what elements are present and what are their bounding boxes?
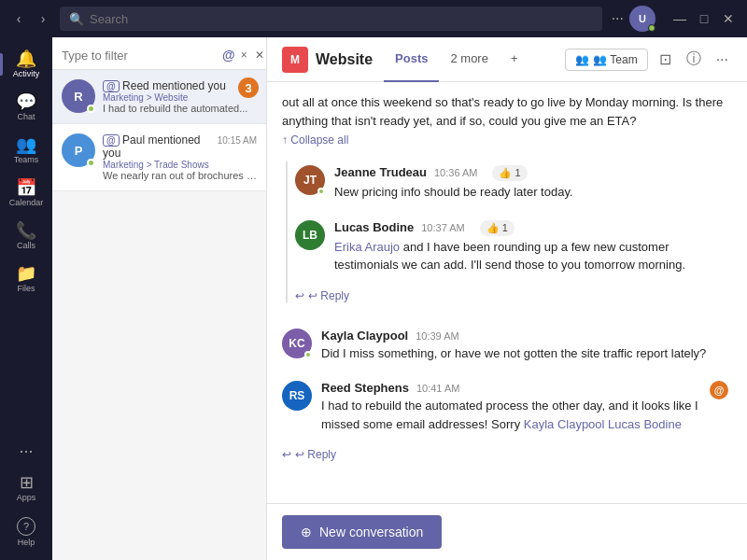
search-bar[interactable]: 🔍 — [60, 7, 602, 31]
help-label: Help — [18, 538, 35, 547]
tab-add[interactable]: + — [500, 37, 529, 82]
more-button[interactable]: ··· — [612, 10, 624, 27]
files-icon: 📁 — [16, 265, 36, 282]
top-text: out all at once this weekend so that's r… — [282, 93, 732, 130]
new-conversation-bar: ⊕ New conversation — [267, 503, 747, 560]
title-bar: ‹ › 🔍 ··· U — □ ✕ — [0, 0, 747, 37]
new-conversation-label: New conversation — [319, 525, 423, 539]
msg-header: Jeanne Trudeau 10:36 AM 👍 1 — [334, 165, 732, 181]
share-icon-button[interactable]: ⊡ — [655, 47, 675, 72]
close-button[interactable]: ✕ — [717, 7, 740, 30]
message-item: KC Kayla Claypool 10:39 AM Did I miss so… — [282, 325, 732, 367]
team-button[interactable]: 👥 👥 Team — [565, 49, 647, 71]
notif-path: Marketing > Website — [103, 92, 257, 103]
channel-header-actions: 👥 👥 Team ⊡ ⓘ ··· — [565, 46, 732, 73]
filter-clear-button[interactable]: × — [239, 47, 249, 63]
search-input[interactable] — [90, 12, 593, 26]
at-badge: @ — [103, 80, 120, 92]
calendar-icon: 📅 — [16, 179, 36, 196]
notification-badge: 3 — [238, 77, 259, 98]
chat-label: Chat — [17, 112, 35, 121]
reply-button-thread1[interactable]: ↩ ↩ Reply — [295, 289, 732, 302]
more-options-button[interactable]: ··· — [712, 48, 732, 72]
msg-avatar: JT — [295, 165, 325, 195]
at-badge: @ — [103, 134, 120, 147]
notification-item[interactable]: R @ Reed mentioned you Marketing > Websi… — [52, 70, 266, 124]
filter-bar: @ × ✕ — [52, 37, 266, 70]
online-indicator — [317, 188, 325, 195]
channel-tabs: Posts 2 more + — [384, 37, 529, 82]
msg-header: Lucas Bodine 10:37 AM 👍 1 — [334, 220, 732, 236]
chat-icon: 💬 — [16, 93, 36, 110]
tab-posts[interactable]: Posts — [384, 37, 439, 82]
calls-label: Calls — [17, 241, 35, 250]
user-avatar[interactable]: U — [629, 6, 655, 32]
mention-link-kayla[interactable]: Kayla Claypool — [524, 417, 605, 431]
notif-avatar-wrap: P — [62, 133, 95, 167]
msg-author: Reed Stephens — [321, 381, 409, 395]
back-button[interactable]: ‹ — [7, 7, 30, 30]
msg-avatar: LB — [295, 220, 325, 250]
teams-label: Teams — [14, 155, 39, 164]
sidebar-nav: 🔔 Activity 💬 Chat 👥 Teams 📅 Calendar 📞 C… — [0, 37, 52, 560]
msg-text: Erika Araujo and I have been rounding up… — [334, 238, 732, 274]
mention-link[interactable]: Erika Araujo — [334, 240, 400, 254]
sidebar-item-teams[interactable]: 👥 Teams — [0, 131, 52, 170]
msg-author: Kayla Claypool — [321, 329, 408, 343]
sidebar-item-activity[interactable]: 🔔 Activity — [0, 45, 52, 84]
msg-reaction[interactable]: 👍 1 — [492, 165, 527, 181]
search-icon: 🔍 — [69, 12, 84, 26]
notif-content: @ Paul mentioned you 10:15 AM Marketing … — [103, 133, 257, 181]
top-message: out all at once this weekend so that's r… — [282, 93, 732, 154]
forward-button[interactable]: › — [32, 7, 54, 30]
msg-header: Reed Stephens 10:41 AM — [321, 381, 732, 395]
tab-more[interactable]: 2 more — [439, 37, 499, 82]
main-layout: 🔔 Activity 💬 Chat 👥 Teams 📅 Calendar 📞 C… — [0, 37, 747, 560]
msg-body: Lucas Bodine 10:37 AM 👍 1 Erika Araujo a… — [334, 220, 732, 274]
sidebar-item-calendar[interactable]: 📅 Calendar — [0, 174, 52, 213]
notif-text: I had to rebuild the automated... — [103, 103, 257, 114]
apps-icon: ⊞ — [20, 474, 34, 491]
calendar-label: Calendar — [9, 198, 44, 207]
notifications-panel: @ × ✕ R @ Reed mentioned you — [52, 37, 267, 560]
info-icon-button[interactable]: ⓘ — [683, 46, 705, 73]
notif-avatar-wrap: R — [62, 79, 95, 113]
filter-close-button[interactable]: ✕ — [253, 47, 266, 63]
sidebar-item-chat[interactable]: 💬 Chat — [0, 88, 52, 127]
nav-buttons: ‹ › — [7, 7, 54, 30]
sidebar-item-help[interactable]: ? Help — [0, 511, 52, 553]
mention-link-lucas[interactable]: Lucas Bodine — [608, 417, 682, 431]
user-online-indicator — [648, 24, 655, 32]
messages-area: out all at once this weekend so that's r… — [267, 82, 747, 503]
reply-button-thread2[interactable]: ↩ ↩ Reply — [282, 448, 732, 461]
msg-author: Jeanne Trudeau — [334, 165, 427, 179]
reply-icon: ↩ — [282, 448, 291, 461]
new-conversation-icon: ⊕ — [301, 525, 312, 539]
maximize-button[interactable]: □ — [693, 7, 715, 30]
sidebar-item-apps[interactable]: ⊞ Apps — [0, 469, 52, 508]
notification-item[interactable]: P @ Paul mentioned you 10:15 AM Marketin… — [52, 124, 266, 191]
msg-avatar: RS — [282, 381, 312, 411]
msg-body: Jeanne Trudeau 10:36 AM 👍 1 New pricing … — [334, 165, 732, 202]
new-conversation-button[interactable]: ⊕ New conversation — [282, 515, 442, 549]
filter-input[interactable] — [62, 49, 218, 63]
notifications-list: R @ Reed mentioned you Marketing > Websi… — [52, 70, 266, 560]
filter-at-button[interactable]: @ — [222, 48, 235, 63]
minimize-button[interactable]: — — [669, 7, 691, 30]
window-controls: — □ ✕ — [669, 7, 740, 30]
notif-path: Marketing > Trade Shows — [103, 160, 257, 170]
collapse-link[interactable]: ↑ Collapse all — [282, 130, 732, 154]
msg-author: Lucas Bodine — [334, 220, 414, 234]
notif-time: 10:15 AM — [218, 135, 257, 146]
badge-wrap: 3 — [238, 77, 259, 98]
message-thread-2: KC Kayla Claypool 10:39 AM Did I miss so… — [282, 325, 732, 462]
msg-text: New pricing info should be ready later t… — [334, 183, 732, 202]
sidebar-more[interactable]: ··· — [0, 437, 52, 465]
notif-mention-text: @ Paul mentioned you — [103, 133, 218, 160]
msg-reaction[interactable]: 👍 1 — [480, 220, 514, 236]
sidebar-item-calls[interactable]: 📞 Calls — [0, 217, 52, 256]
channel-name: Website — [316, 51, 373, 68]
msg-text: Did I miss something, or have we not got… — [321, 344, 732, 363]
notif-avatar: P — [62, 133, 95, 167]
sidebar-item-files[interactable]: 📁 Files — [0, 259, 52, 299]
